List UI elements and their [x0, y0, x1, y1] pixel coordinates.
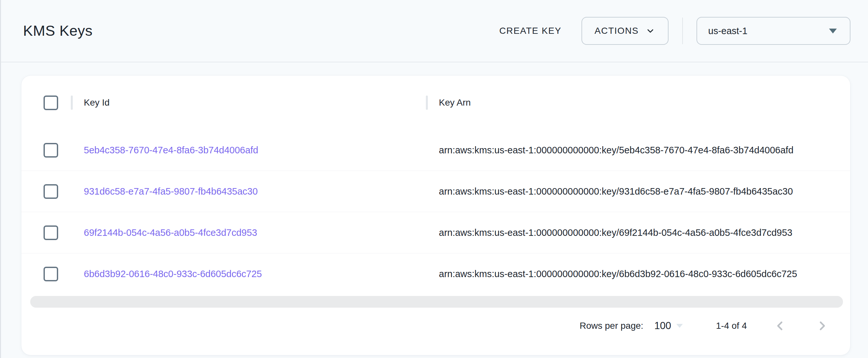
row-checkbox[interactable]	[43, 267, 58, 281]
chevron-left-icon	[772, 318, 788, 334]
header-checkbox-cell	[22, 76, 71, 130]
key-arn-cell: arn:aws:kms:us-east-1:000000000000:key/5…	[426, 130, 850, 171]
key-arn-cell: arn:aws:kms:us-east-1:000000000000:key/6…	[426, 253, 850, 295]
key-id-header-cell[interactable]: Key Id	[71, 76, 426, 130]
table-row: 69f2144b-054c-4a56-a0b5-4fce3d7cd953 arn…	[22, 212, 850, 253]
column-separator	[426, 95, 428, 110]
row-checkbox-cell	[22, 212, 71, 253]
rows-per-page-value: 100	[654, 320, 671, 332]
key-arn-cell: arn:aws:kms:us-east-1:000000000000:key/9…	[426, 171, 850, 212]
select-all-checkbox[interactable]	[43, 95, 58, 110]
key-arn-text: arn:aws:kms:us-east-1:000000000000:key/5…	[439, 145, 794, 156]
row-checkbox[interactable]	[43, 226, 58, 240]
page-title: KMS Keys	[23, 22, 93, 39]
row-checkbox-cell	[22, 130, 71, 171]
main-content: Key Id Key Arn 5eb4c358-7670-47e4-8fa6-3…	[1, 62, 868, 355]
table-row: 5eb4c358-7670-47e4-8fa6-3b74d4006afd arn…	[22, 130, 850, 171]
key-arn-header-cell[interactable]: Key Arn	[426, 76, 850, 130]
table-row: 931d6c58-e7a7-4fa5-9807-fb4b6435ac30 arn…	[22, 171, 850, 212]
key-id-link[interactable]: 69f2144b-054c-4a56-a0b5-4fce3d7cd953	[84, 228, 257, 238]
chevron-down-icon	[645, 26, 655, 36]
row-checkbox-cell	[22, 171, 71, 212]
horizontal-scrollbar-thumb[interactable]	[30, 296, 843, 308]
key-id-cell: 69f2144b-054c-4a56-a0b5-4fce3d7cd953	[71, 212, 426, 253]
key-arn-column-label: Key Arn	[439, 97, 471, 108]
previous-page-button[interactable]	[771, 317, 789, 335]
row-checkbox[interactable]	[43, 184, 58, 199]
next-page-button[interactable]	[813, 317, 831, 335]
key-id-link[interactable]: 931d6c58-e7a7-4fa5-9807-fb4b6435ac30	[84, 186, 258, 197]
table-body: 5eb4c358-7670-47e4-8fa6-3b74d4006afd arn…	[22, 130, 850, 295]
key-id-cell: 5eb4c358-7670-47e4-8fa6-3b74d4006afd	[71, 130, 426, 171]
region-select-value: us-east-1	[708, 26, 747, 36]
horizontal-scrollbar	[22, 295, 850, 309]
rows-per-page-select[interactable]: 100	[654, 320, 683, 332]
region-select[interactable]: us-east-1	[696, 17, 850, 45]
kms-keys-page: { "page": { "title": "KMS Keys" }, "tool…	[0, 0, 868, 358]
create-key-button[interactable]: CREATE KEY	[492, 21, 569, 41]
actions-button-label: ACTIONS	[594, 26, 639, 36]
caret-down-icon	[829, 29, 837, 33]
chevron-right-icon	[814, 318, 830, 334]
row-checkbox-cell	[22, 253, 71, 295]
column-separator	[71, 95, 73, 110]
table-header-row: Key Id Key Arn	[22, 76, 850, 130]
key-id-cell: 931d6c58-e7a7-4fa5-9807-fb4b6435ac30	[71, 171, 426, 212]
key-arn-text: arn:aws:kms:us-east-1:000000000000:key/6…	[439, 228, 792, 238]
key-id-cell: 6b6d3b92-0616-48c0-933c-6d605dc6c725	[71, 253, 426, 295]
key-arn-text: arn:aws:kms:us-east-1:000000000000:key/9…	[439, 186, 793, 197]
key-arn-text: arn:aws:kms:us-east-1:000000000000:key/6…	[439, 269, 797, 279]
caret-down-icon	[676, 324, 683, 328]
key-id-link[interactable]: 5eb4c358-7670-47e4-8fa6-3b74d4006afd	[84, 145, 258, 156]
toolbar-divider	[682, 18, 683, 44]
key-id-link[interactable]: 6b6d3b92-0616-48c0-933c-6d605dc6c725	[84, 269, 262, 279]
pagination-range-label: 1-4 of 4	[716, 321, 747, 331]
key-arn-cell: arn:aws:kms:us-east-1:000000000000:key/6…	[426, 212, 850, 253]
header-actions: CREATE KEY ACTIONS us-east-1	[492, 17, 850, 45]
table-row: 6b6d3b92-0616-48c0-933c-6d605dc6c725 arn…	[22, 253, 850, 295]
row-checkbox[interactable]	[43, 143, 58, 157]
rows-per-page-label: Rows per page:	[580, 321, 643, 331]
key-id-column-label: Key Id	[84, 97, 110, 108]
kms-keys-table-card: Key Id Key Arn 5eb4c358-7670-47e4-8fa6-3…	[22, 76, 850, 355]
actions-button[interactable]: ACTIONS	[582, 17, 669, 45]
pagination-bar: Rows per page: 100 1-4 of 4	[22, 309, 850, 343]
page-header: KMS Keys CREATE KEY ACTIONS us-east-1	[1, 0, 868, 62]
